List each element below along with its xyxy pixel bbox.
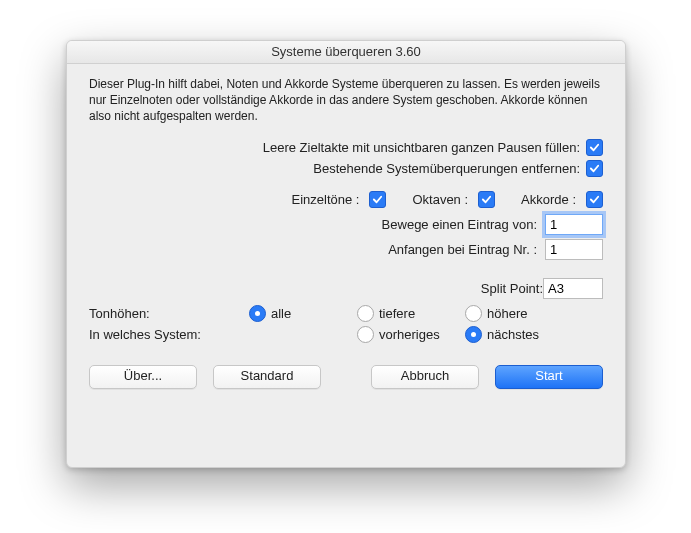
pitches-all-label: alle <box>271 306 291 321</box>
default-button[interactable]: Standard <box>213 365 321 389</box>
start-button[interactable]: Start <box>495 365 603 389</box>
remove-crossings-label: Bestehende Systemüberquerungen entfernen… <box>313 161 580 176</box>
dialog-window: Systeme überqueren 3.60 Dieser Plug-In h… <box>66 40 626 468</box>
target-system-label: In welches System: <box>89 327 249 342</box>
single-notes-checkbox[interactable] <box>369 191 386 208</box>
pitches-higher-radio[interactable] <box>465 305 482 322</box>
split-point-input[interactable] <box>543 278 603 299</box>
target-prev-label: vorheriges <box>379 327 440 342</box>
move-step-input[interactable] <box>545 214 603 235</box>
description-text: Dieser Plug-In hilft dabei, Noten und Ak… <box>89 76 603 125</box>
check-icon <box>589 142 600 153</box>
start-at-label: Anfangen bei Eintrag Nr. : <box>388 242 537 257</box>
octaves-checkbox[interactable] <box>478 191 495 208</box>
pitches-lower-radio[interactable] <box>357 305 374 322</box>
octaves-label: Oktaven : <box>412 192 468 207</box>
check-icon <box>589 163 600 174</box>
check-icon <box>372 194 383 205</box>
move-step-label: Bewege einen Eintrag von: <box>382 217 537 232</box>
pitches-all-radio[interactable] <box>249 305 266 322</box>
start-at-input[interactable] <box>545 239 603 260</box>
pitches-label: Tonhöhen: <box>89 306 249 321</box>
remove-crossings-checkbox[interactable] <box>586 160 603 177</box>
window-title: Systeme überqueren 3.60 <box>67 41 625 64</box>
pitches-higher-label: höhere <box>487 306 527 321</box>
cancel-button[interactable]: Abbruch <box>371 365 479 389</box>
target-prev-radio[interactable] <box>357 326 374 343</box>
single-notes-label: Einzeltöne : <box>292 192 360 207</box>
fill-empty-checkbox[interactable] <box>586 139 603 156</box>
fill-empty-label: Leere Zieltakte mit unsichtbaren ganzen … <box>263 140 580 155</box>
chords-checkbox[interactable] <box>586 191 603 208</box>
split-point-label: Split Point: <box>481 281 543 296</box>
chords-label: Akkorde : <box>521 192 576 207</box>
pitches-lower-label: tiefere <box>379 306 415 321</box>
check-icon <box>481 194 492 205</box>
target-next-radio[interactable] <box>465 326 482 343</box>
about-button[interactable]: Über... <box>89 365 197 389</box>
target-next-label: nächstes <box>487 327 539 342</box>
check-icon <box>589 194 600 205</box>
